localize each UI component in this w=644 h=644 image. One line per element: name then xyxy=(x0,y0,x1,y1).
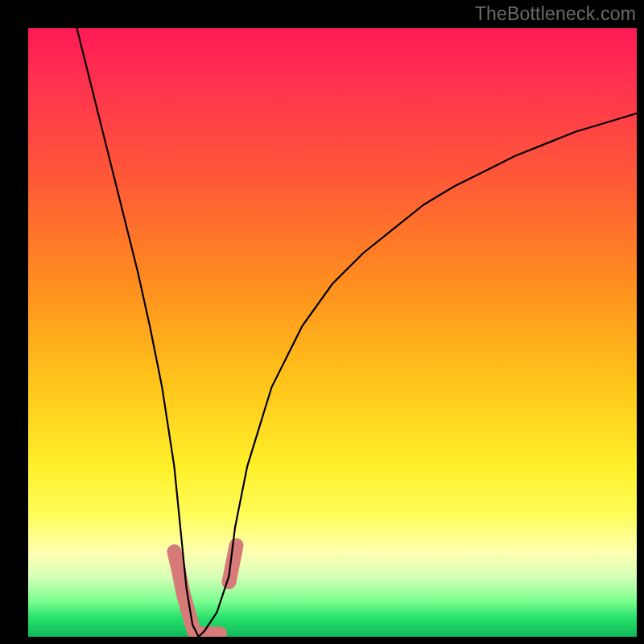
chart-svg xyxy=(28,28,637,637)
plot-area xyxy=(28,28,637,637)
watermark-text: TheBottleneck.com xyxy=(475,3,636,25)
bottleneck-curve xyxy=(76,28,637,637)
chart-frame: TheBottleneck.com xyxy=(0,0,644,644)
